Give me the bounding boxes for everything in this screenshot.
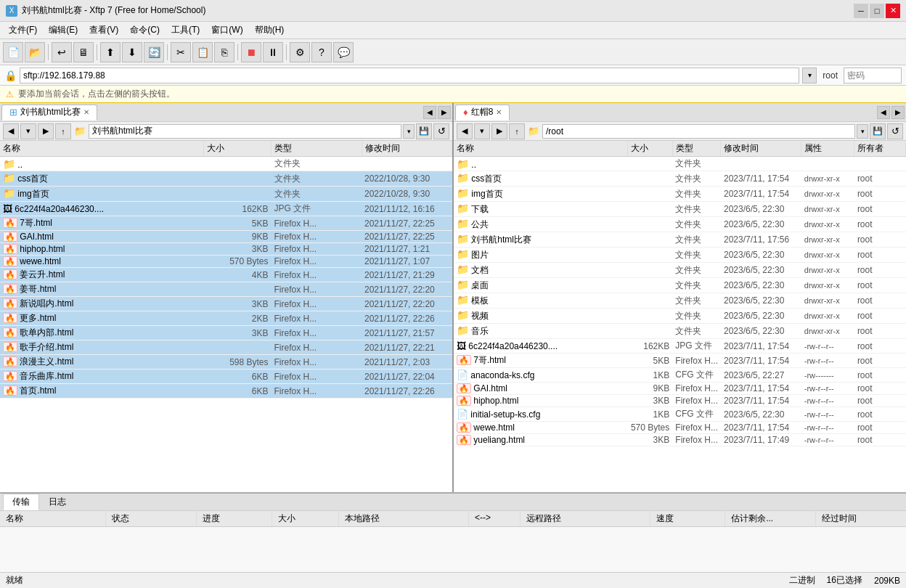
file-name[interactable]: 📁 公共 [454, 217, 628, 232]
right-tab-active[interactable]: ♦ 红帽8 ✕ [455, 105, 510, 121]
right-col-owner[interactable]: 所有者 [854, 141, 906, 157]
menu-file[interactable]: 文件(F) [3, 23, 43, 38]
transfer-col-speed[interactable]: 速度 [650, 511, 725, 526]
file-name[interactable]: 🔥 歌单内部.html [0, 326, 203, 340]
table-row[interactable]: 🔥 歌手介绍.html Firefox H... 2021/11/27, 22:… [0, 340, 452, 355]
toolbar-btn5[interactable]: 🔄 [144, 42, 164, 62]
toolbar-info[interactable]: 💬 [333, 42, 354, 62]
file-name[interactable]: 🔥 GAI.html [0, 231, 203, 243]
file-name[interactable]: 📁 视频 [454, 309, 628, 324]
right-col-attr[interactable]: 属性 [801, 141, 854, 157]
file-name[interactable]: 🔥 姜云升.html [0, 268, 203, 282]
menu-command[interactable]: 命令(C) [124, 23, 166, 38]
file-name[interactable]: 📄 anaconda-ks.cfg [454, 368, 628, 383]
table-row[interactable]: 🔥 姜云升.html 4KB Firefox H... 2021/11/27, … [0, 268, 452, 282]
left-nav-up[interactable]: ↑ [55, 123, 71, 139]
toolbar-help[interactable]: ? [311, 42, 332, 62]
transfer-col-progress[interactable]: 进度 [197, 511, 272, 526]
minimize-button[interactable]: ─ [854, 4, 868, 18]
table-row[interactable]: 🔥 更多.html 2KB Firefox H... 2021/11/27, 2… [0, 311, 452, 326]
file-name[interactable]: 🔥 hiphop.html [0, 243, 203, 256]
table-row[interactable]: 📁 css首页 文件夹 2022/10/28, 9:30 [0, 171, 452, 187]
transfer-col-name[interactable]: 名称 [0, 511, 106, 526]
table-row[interactable]: 📁 .. 文件夹 [0, 157, 452, 171]
table-row[interactable]: 📄 anaconda-ks.cfg 1KB CFG 文件 2023/6/5, 2… [454, 368, 906, 383]
table-row[interactable]: 📁 文档 文件夹 2023/6/5, 22:30 drwxr-xr-x root [454, 263, 906, 278]
table-row[interactable]: 🔥 GAI.html 9KB Firefox H... 2021/11/27, … [0, 231, 452, 243]
right-nav-back[interactable]: ◀ [457, 123, 473, 139]
file-name[interactable]: 📁 css首页 [454, 171, 628, 187]
window-controls[interactable]: ─ □ ✕ [854, 4, 900, 18]
file-name[interactable]: 📁 img首页 [454, 187, 628, 202]
file-name[interactable]: 📁 css首页 [0, 171, 203, 187]
menu-window[interactable]: 窗口(W) [205, 23, 248, 38]
file-name[interactable]: 📁 模板 [454, 293, 628, 309]
file-name[interactable]: 🔥 音乐曲库.html [0, 369, 203, 384]
transfer-col-remotepath[interactable]: 远程路径 [521, 511, 650, 526]
file-name[interactable]: 🔥 更多.html [0, 311, 203, 326]
table-row[interactable]: 🖼 6c224f4a20a446230.... 162KB JPG 文件 202… [454, 339, 906, 354]
right-col-size[interactable]: 大小 [628, 141, 672, 157]
file-name[interactable]: 📁 文档 [454, 263, 628, 278]
address-dropdown[interactable]: ▾ [802, 68, 817, 83]
table-row[interactable]: 📁 刘书航html比赛 文件夹 2023/7/11, 17:56 drwxr-x… [454, 232, 906, 248]
right-tab-next[interactable]: ▶ [891, 106, 905, 119]
file-name[interactable]: 📁 音乐 [454, 324, 628, 339]
table-row[interactable]: 🔥 7哥.html 5KB Firefox H... 2023/7/11, 17… [454, 354, 906, 368]
transfer-tab-transfer[interactable]: 传输 [3, 494, 39, 510]
transfer-col-elapsed[interactable]: 经过时间 [816, 511, 906, 526]
file-name[interactable]: 🔥 新说唱内.html [0, 297, 203, 311]
table-row[interactable]: 🔥 7哥.html 5KB Firefox H... 2021/11/27, 2… [0, 216, 452, 231]
right-path-input[interactable] [542, 124, 855, 139]
file-name[interactable]: 🔥 7哥.html [454, 354, 628, 368]
table-row[interactable]: 🔥 hiphop.html 3KB Firefox H... 2021/11/2… [0, 243, 452, 256]
toolbar-new[interactable]: 📄 [3, 42, 23, 62]
address-input[interactable] [20, 68, 799, 83]
file-name[interactable]: 🔥 浪漫主义.html [0, 355, 203, 369]
toolbar-btn8[interactable]: ⎘ [214, 42, 234, 62]
table-row[interactable]: 🔥 hiphop.html 3KB Firefox H... 2023/7/11… [454, 395, 906, 407]
left-nav-back[interactable]: ◀ [3, 123, 19, 139]
file-name[interactable]: 📁 桌面 [454, 278, 628, 293]
table-row[interactable]: 🔥 音乐曲库.html 6KB Firefox H... 2021/11/27,… [0, 369, 452, 384]
left-col-name[interactable]: 名称 [0, 141, 203, 157]
transfer-col-eta[interactable]: 估计剩余... [725, 511, 816, 526]
menu-edit[interactable]: 编辑(E) [43, 23, 83, 38]
transfer-col-status[interactable]: 状态 [106, 511, 197, 526]
file-name[interactable]: 📁 下载 [454, 202, 628, 217]
right-tab-prev[interactable]: ◀ [877, 106, 890, 119]
file-name[interactable]: 📄 initial-setup-ks.cfg [454, 407, 628, 422]
left-tab-next[interactable]: ▶ [438, 106, 451, 119]
table-row[interactable]: 📁 音乐 文件夹 2023/6/5, 22:30 drwxr-xr-x root [454, 324, 906, 339]
file-name[interactable]: 🔥 wewe.html [454, 422, 628, 434]
table-row[interactable]: 🔥 wewe.html 570 Bytes Firefox H... 2023/… [454, 422, 906, 434]
toolbar-btn4[interactable]: ⬇ [122, 42, 142, 62]
left-col-modified[interactable]: 修改时间 [362, 141, 452, 157]
table-row[interactable]: 📁 公共 文件夹 2023/6/5, 22:30 drwxr-xr-x root [454, 217, 906, 232]
left-nav-refresh[interactable]: ↺ [433, 123, 449, 139]
close-button[interactable]: ✕ [886, 4, 900, 18]
toolbar-btn1[interactable]: ↩ [52, 42, 72, 62]
right-nav-back2[interactable]: ▾ [474, 123, 490, 139]
right-nav-up[interactable]: ↑ [509, 123, 525, 139]
right-col-type[interactable]: 类型 [672, 141, 721, 157]
file-name[interactable]: 🖼 6c224f4a20a446230.... [0, 202, 203, 216]
table-row[interactable]: 🔥 新说唱内.html 3KB Firefox H... 2021/11/27,… [0, 297, 452, 311]
maximize-button[interactable]: □ [870, 4, 884, 18]
file-name[interactable]: 🔥 hiphop.html [454, 395, 628, 407]
table-row[interactable]: 📁 img首页 文件夹 2023/7/11, 17:54 drwxr-xr-x … [454, 187, 906, 202]
table-row[interactable]: 📁 模板 文件夹 2023/6/5, 22:30 drwxr-xr-x root [454, 293, 906, 309]
left-nav-save[interactable]: 💾 [416, 123, 432, 139]
table-row[interactable]: 🔥 wewe.html 570 Bytes Firefox H... 2021/… [0, 256, 452, 268]
table-row[interactable]: 🔥 姜哥.html Firefox H... 2021/11/27, 22:20 [0, 282, 452, 297]
right-col-name[interactable]: 名称 [454, 141, 628, 157]
right-nav-forward[interactable]: ▶ [491, 123, 507, 139]
table-row[interactable]: 📁 图片 文件夹 2023/6/5, 22:30 drwxr-xr-x root [454, 248, 906, 263]
table-row[interactable]: 📄 initial-setup-ks.cfg 1KB CFG 文件 2023/6… [454, 407, 906, 422]
file-name[interactable]: 🔥 GAI.html [454, 383, 628, 395]
file-name[interactable]: 🔥 歌手介绍.html [0, 340, 203, 355]
file-name[interactable]: 📁 .. [0, 157, 203, 171]
toolbar-btn3[interactable]: ⬆ [100, 42, 121, 62]
toolbar-open[interactable]: 📂 [25, 42, 45, 62]
right-nav-refresh[interactable]: ↺ [887, 123, 903, 139]
